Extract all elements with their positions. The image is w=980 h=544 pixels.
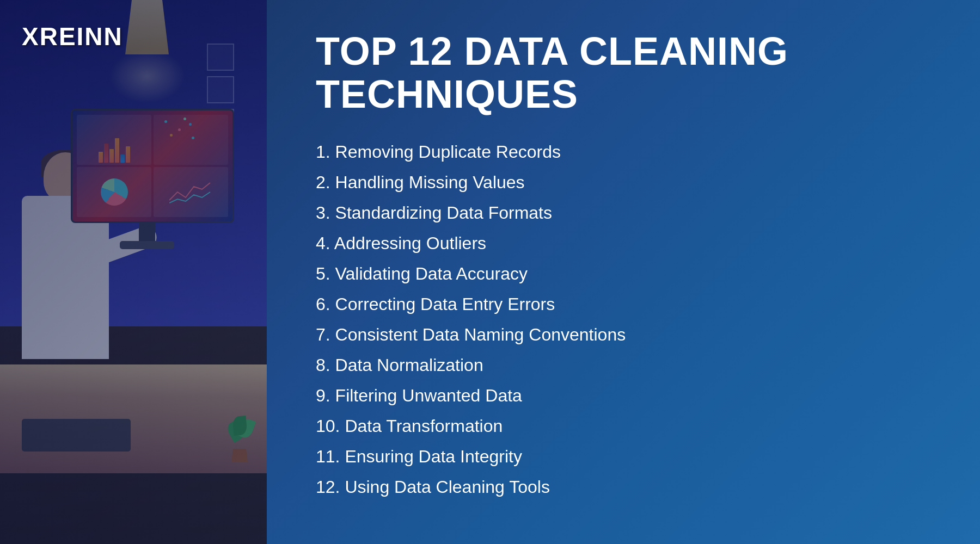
page-container: XREINN TOP 12 DATA CLEANING TECHNIQUES 1… [0, 0, 980, 544]
plant [223, 419, 256, 462]
technique-item-3: 3. Standardizing Data Formats [316, 199, 936, 227]
bar-6 [126, 146, 130, 163]
technique-item-4: 4. Addressing Outliers [316, 229, 936, 257]
chart-scatter-area [154, 115, 228, 165]
technique-item-2: 2. Handling Missing Values [316, 168, 936, 196]
page-title: TOP 12 DATA CLEANING TECHNIQUES [316, 30, 936, 116]
scatter-dot-5 [183, 118, 186, 120]
bar-5 [120, 154, 125, 163]
scatter-dot-2 [178, 128, 181, 131]
logo: XREINN [22, 22, 123, 51]
logo-text: XREINN [22, 22, 123, 51]
right-panel: TOP 12 DATA CLEANING TECHNIQUES 1. Remov… [267, 0, 980, 544]
lamp-shade [125, 0, 169, 54]
technique-item-11: 11. Ensuring Data Integrity [316, 442, 936, 471]
lamp-glow [109, 49, 185, 103]
technique-item-12: 12. Using Data Cleaning Tools [316, 473, 936, 501]
monitor-base [120, 241, 174, 249]
technique-item-6: 6. Correcting Data Entry Errors [316, 290, 936, 318]
technique-item-5: 5. Validating Data Accuracy [316, 259, 936, 288]
bar-2 [104, 144, 108, 163]
technique-item-8: 8. Data Normalization [316, 351, 936, 379]
wall-square-2 [207, 76, 234, 103]
plant-leaves [223, 419, 256, 452]
technique-item-10: 10. Data Transformation [316, 412, 936, 440]
pie-chart [101, 178, 128, 206]
keyboard [22, 419, 131, 452]
scatter-dot-6 [192, 137, 194, 139]
chart-pie-area [77, 167, 151, 217]
ceiling-lamp [125, 0, 169, 71]
title-line-2: TECHNIQUES [316, 72, 578, 116]
left-panel: XREINN [0, 0, 267, 544]
title-line-1: TOP 12 DATA CLEANING [316, 29, 788, 73]
chart-line-area [154, 167, 228, 217]
chart-bar-chart [77, 115, 151, 165]
monitor [71, 109, 234, 223]
techniques-list: 1. Removing Duplicate Records2. Handling… [316, 138, 936, 501]
scatter-dot-4 [170, 134, 173, 137]
monitor-screen [72, 110, 232, 221]
bar-1 [99, 152, 103, 163]
scatter-dot-3 [189, 123, 192, 126]
technique-item-1: 1. Removing Duplicate Records [316, 138, 936, 166]
technique-item-7: 7. Consistent Data Naming Conventions [316, 320, 936, 349]
scatter-dot-1 [164, 120, 167, 123]
monitor-stand [139, 221, 155, 243]
plant-pot [231, 449, 248, 462]
line-chart-svg [169, 178, 213, 206]
technique-item-9: 9. Filtering Unwanted Data [316, 381, 936, 410]
photo-background: XREINN [0, 0, 267, 544]
bar-4 [115, 138, 119, 163]
bar-3 [109, 149, 114, 163]
wall-square-1 [207, 44, 234, 71]
